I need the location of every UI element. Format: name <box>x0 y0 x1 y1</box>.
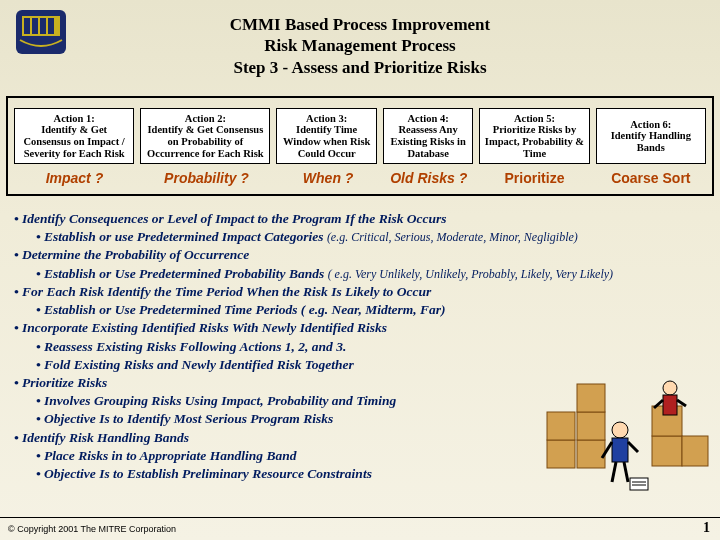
bullet-4a: • Reassess Existing Risks Following Acti… <box>36 338 706 356</box>
svg-rect-9 <box>577 412 605 440</box>
svg-line-17 <box>628 442 638 452</box>
svg-point-20 <box>663 381 677 395</box>
svg-line-19 <box>624 462 628 482</box>
question-prioritize: Prioritize <box>479 170 589 186</box>
page-number: 1 <box>703 520 710 536</box>
action-body: Identify & Get Consensus on Impact / Sev… <box>17 124 131 159</box>
action-box-1: Action 1: Identify & Get Consensus on Im… <box>14 108 134 164</box>
question-old-risks: Old Risks ? <box>384 170 473 186</box>
action-heading: Action 1: <box>54 113 95 125</box>
svg-rect-8 <box>577 440 605 468</box>
action-heading: Action 2: <box>185 113 226 125</box>
action-box-5: Action 5: Prioritize Risks by Impact, Pr… <box>479 108 589 164</box>
svg-rect-21 <box>663 395 677 415</box>
illustration-workers-boxes <box>542 370 712 500</box>
svg-rect-6 <box>547 440 575 468</box>
action-body: Identify Handling Bands <box>599 130 703 153</box>
svg-rect-10 <box>577 384 605 412</box>
slide-title: CMMI Based Process Improvement Risk Mana… <box>0 14 720 78</box>
svg-line-18 <box>612 462 616 482</box>
action-box-4: Action 4: Reassess Any Existing Risks in… <box>383 108 473 164</box>
question-probability: Probability ? <box>141 170 272 186</box>
bullet-1a: • Establish or use Predetermined Impact … <box>36 228 706 246</box>
bullet-1: • Identify Consequences or Level of Impa… <box>14 210 706 228</box>
question-when: When ? <box>278 170 378 186</box>
title-line-3: Step 3 - Assess and Prioritize Risks <box>0 57 720 78</box>
action-heading: Action 6: <box>630 119 671 131</box>
action-body: Identify & Get Consensus on Probability … <box>143 124 267 159</box>
bullet-4: • Incorporate Existing Identified Risks … <box>14 319 706 337</box>
action-box-6: Action 6: Identify Handling Bands <box>596 108 706 164</box>
svg-rect-15 <box>612 438 628 462</box>
question-impact: Impact ? <box>14 170 135 186</box>
title-line-2: Risk Management Process <box>0 35 720 56</box>
bullet-2: • Determine the Probability of Occurrenc… <box>14 246 706 264</box>
copyright-text: © Copyright 2001 The MITRE Corporation <box>8 524 176 534</box>
svg-rect-24 <box>630 478 648 490</box>
action-box-2: Action 2: Identify & Get Consensus on Pr… <box>140 108 270 164</box>
action-heading: Action 5: <box>514 113 555 125</box>
action-body: Reassess Any Existing Risks in Database <box>386 124 470 159</box>
svg-line-23 <box>677 400 686 406</box>
footer-divider <box>0 517 720 518</box>
action-body: Identify Time Window when Risk Could Occ… <box>279 124 373 159</box>
svg-point-14 <box>612 422 628 438</box>
action-heading: Action 3: <box>306 113 347 125</box>
question-coarse-sort: Coarse Sort <box>596 170 706 186</box>
question-row: Impact ? Probability ? When ? Old Risks … <box>14 170 706 186</box>
svg-rect-7 <box>547 412 575 440</box>
bullet-3: • For Each Risk Identify the Time Period… <box>14 283 706 301</box>
title-line-1: CMMI Based Process Improvement <box>0 14 720 35</box>
bullet-3a: • Establish or Use Predetermined Time Pe… <box>36 301 706 319</box>
bullet-2a: • Establish or Use Predetermined Probabi… <box>36 265 706 283</box>
actions-row: Action 1: Identify & Get Consensus on Im… <box>14 108 706 164</box>
action-box-3: Action 3: Identify Time Window when Risk… <box>276 108 376 164</box>
action-heading: Action 4: <box>408 113 449 125</box>
svg-rect-13 <box>682 436 708 466</box>
svg-rect-11 <box>652 436 682 466</box>
action-body: Prioritize Risks by Impact, Probability … <box>482 124 586 159</box>
